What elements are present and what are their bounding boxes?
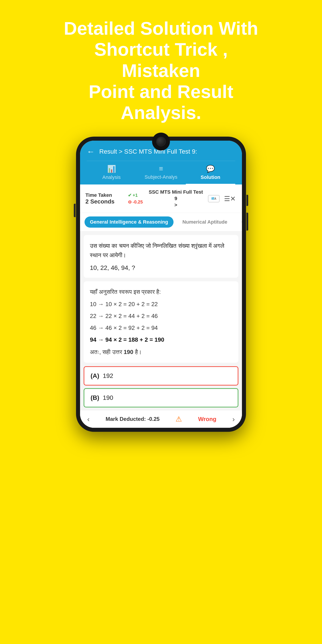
solution-step-3: 46 → 46 × 2 = 92 + 2 = 94 <box>90 324 232 332</box>
menu-button[interactable]: ☰✕ <box>223 194 236 204</box>
time-value: 2 Seconds <box>86 198 124 205</box>
time-label: Time Taken <box>86 192 124 198</box>
solution-step-2: 22 → 22 × 2 = 44 + 2 = 46 <box>90 312 232 320</box>
solution-intro: यहाँ अनुसरित स्वरूप इस प्रकार है: <box>90 288 232 296</box>
tab-bar: 📊 Analysis ≡ Subject-Analys 💬 Solution <box>87 161 235 184</box>
camera-notch <box>152 132 170 150</box>
question-series: 10, 22, 46, 94, ? <box>90 264 232 272</box>
next-button[interactable]: › <box>232 415 235 423</box>
solution-icon: 💬 <box>206 164 215 173</box>
tab-solution[interactable]: 💬 Solution <box>186 161 235 184</box>
nav-title: Result > SSC MTS Mini Full Test 9: <box>99 148 197 155</box>
volume-button <box>74 204 76 217</box>
question-area: उस संख्या का चयन कीजिए जो निम्नलिखित संख… <box>84 235 238 278</box>
app-content: Time Taken 2 Seconds ✔ +1 ⊖ -0.25 <box>80 184 242 428</box>
phone-mockup: ← Result > SSC MTS Mini Full Test 9: 📊 A… <box>76 137 246 450</box>
time-taken-block: Time Taken 2 Seconds <box>86 192 124 205</box>
minus-circle-icon: ⊖ <box>128 199 132 204</box>
tab-subject-analysis[interactable]: ≡ Subject-Analys <box>136 161 186 184</box>
option-a-value: 192 <box>103 372 113 379</box>
back-button[interactable]: ← <box>87 147 95 156</box>
mark-deducted-text: Mark Deducted: -0.25 <box>106 416 160 422</box>
headline-text: Detailed Solution With Shortcut Trick , … <box>27 0 295 137</box>
camera-lens <box>156 137 166 146</box>
translate-icon[interactable]: अA <box>208 195 220 202</box>
checkmark-icon: ✔ <box>128 192 132 198</box>
score-minus: ⊖ -0.25 <box>128 199 143 204</box>
volume-down-button <box>246 213 248 230</box>
pill-numerical-aptitude[interactable]: Numerical Aptitude <box>177 216 233 228</box>
prev-button[interactable]: ‹ <box>87 415 90 423</box>
score-badges: ✔ +1 ⊖ -0.25 <box>128 192 143 204</box>
pill-general-intelligence[interactable]: General Intelligence & Reasoning <box>84 216 174 228</box>
answer-option-b[interactable]: (B) 190 <box>84 388 238 408</box>
stats-bar: Time Taken 2 Seconds ✔ +1 ⊖ -0.25 <box>80 184 242 213</box>
solution-step-4-bold: 94 → 94 × 2 = 188 + 2 = 190 <box>90 336 232 344</box>
bottom-bar: ‹ Mark Deducted: -0.25 ⚠ Wrong › <box>80 410 242 428</box>
wrong-label: Wrong <box>198 416 216 422</box>
test-name-area: SSC MTS Mini Full Test 9 > अA ☰✕ <box>147 189 236 208</box>
power-button <box>246 195 248 206</box>
option-a-label: (A) <box>90 372 99 379</box>
test-name: SSC MTS Mini Full Test 9 > <box>147 189 204 208</box>
category-pills: General Intelligence & Reasoning Numeric… <box>80 213 242 232</box>
solution-step-1: 10 → 10 × 2 = 20 + 2 = 22 <box>90 300 232 308</box>
score-plus: ✔ +1 <box>128 192 143 198</box>
option-b-label: (B) <box>90 394 99 401</box>
warning-icon: ⚠ <box>176 415 182 423</box>
answer-option-a[interactable]: (A) 192 <box>84 366 238 386</box>
solution-final: अतः, सही उत्तर 190 है। <box>90 348 232 356</box>
subject-icon: ≡ <box>159 164 163 173</box>
pill-general-awareness[interactable]: General Aware <box>236 216 242 228</box>
phone-outer: ← Result > SSC MTS Mini Full Test 9: 📊 A… <box>76 137 246 432</box>
solution-area: यहाँ अनुसरित स्वरूप इस प्रकार है: 10 → 1… <box>84 281 238 363</box>
phone-screen: ← Result > SSC MTS Mini Full Test 9: 📊 A… <box>80 141 242 428</box>
analysis-icon: 📊 <box>107 164 116 173</box>
question-text: उस संख्या का चयन कीजिए जो निम्नलिखित संख… <box>90 241 232 260</box>
tab-analysis[interactable]: 📊 Analysis <box>87 161 136 184</box>
option-b-value: 190 <box>103 394 113 401</box>
